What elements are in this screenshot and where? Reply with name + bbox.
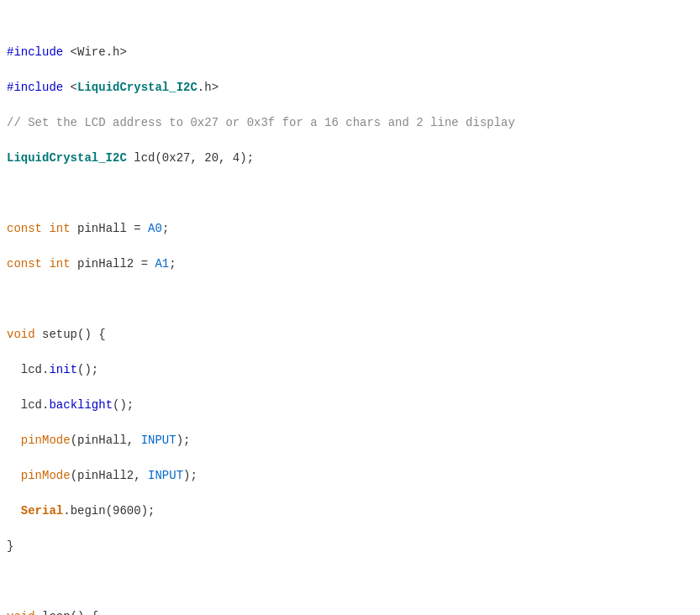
code-content: #include <Wire.h> #include <LiquidCrysta… (7, 8, 693, 615)
line-13: pinMode(pinHall2, INPUT); (7, 467, 693, 485)
line-12: pinMode(pinHall, INPUT); (7, 432, 693, 449)
line-6: const int pinHall = A0; (7, 220, 693, 238)
line-9: void setup() { (7, 326, 693, 344)
line-4: LiquidCrystal_I2C lcd(0x27, 20, 4); (7, 150, 693, 167)
line-15: } (7, 538, 693, 555)
line-17: void loop() { (7, 608, 693, 615)
line-16 (7, 573, 693, 591)
line-2: #include <LiquidCrystal_I2C.h> (7, 79, 693, 97)
line-10: lcd.init(); (7, 361, 693, 379)
code-editor: #include <Wire.h> #include <LiquidCrysta… (0, 0, 700, 615)
line-8 (7, 291, 693, 308)
line-11: lcd.backlight(); (7, 397, 693, 414)
line-7: const int pinHall2 = A1; (7, 255, 693, 273)
line-3: // Set the LCD address to 0x27 or 0x3f f… (7, 114, 693, 132)
line-1: #include <Wire.h> (7, 44, 693, 61)
line-5 (7, 185, 693, 202)
line-14: Serial.begin(9600); (7, 502, 693, 520)
